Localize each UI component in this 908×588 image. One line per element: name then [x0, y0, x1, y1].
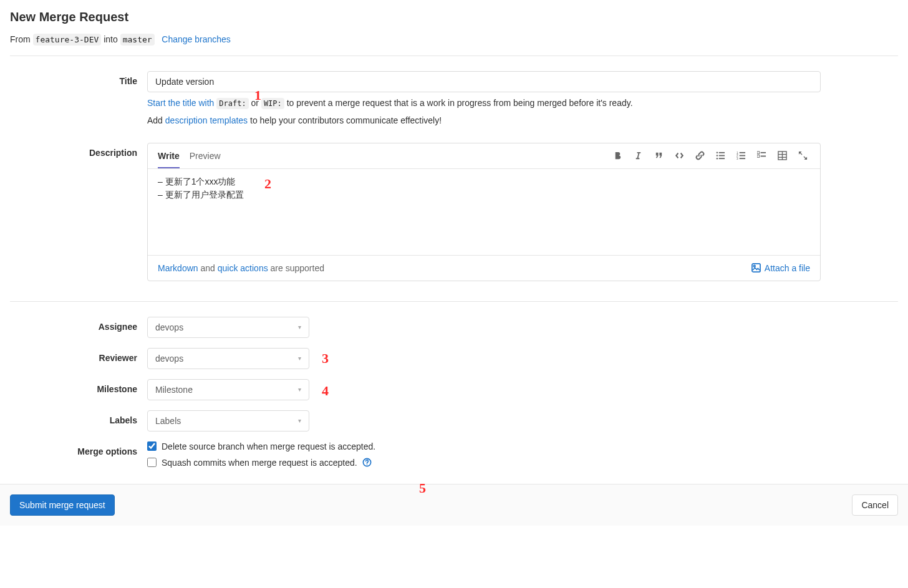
milestone-dropdown[interactable]: Milestone▾: [147, 379, 309, 400]
page-title: New Merge Request: [10, 10, 898, 24]
tab-preview[interactable]: Preview: [190, 143, 221, 168]
bullet-list-icon[interactable]: [713, 148, 728, 163]
table-icon[interactable]: [775, 148, 790, 163]
description-editor: Write Preview 123 更新了: [147, 143, 821, 281]
branch-info: From feature-3-DEV into master Change br…: [10, 34, 898, 44]
divider: [10, 55, 898, 56]
svg-point-4: [717, 158, 718, 159]
svg-rect-9: [740, 155, 745, 157]
editor-toolbar: 123: [611, 148, 810, 163]
target-branch: master: [120, 34, 155, 46]
description-line: 更新了用户登录配置: [158, 188, 810, 201]
svg-rect-5: [719, 158, 725, 160]
svg-rect-12: [757, 152, 760, 154]
milestone-label: Milestone: [10, 379, 147, 400]
link-icon[interactable]: [693, 148, 707, 163]
svg-point-2: [717, 155, 718, 157]
labels-label: Labels: [10, 410, 147, 431]
delete-branch-checkbox[interactable]: [147, 441, 157, 451]
attach-file-button[interactable]: Attach a file: [751, 263, 810, 273]
svg-point-23: [366, 465, 367, 465]
merge-options-label: Merge options: [10, 441, 147, 474]
quote-icon[interactable]: [652, 148, 666, 163]
fullscreen-icon[interactable]: [796, 148, 810, 163]
title-label: Title: [10, 71, 147, 128]
title-input[interactable]: [147, 71, 821, 92]
svg-rect-11: [740, 158, 745, 160]
code-icon[interactable]: [672, 148, 687, 163]
chevron-down-icon: ▾: [298, 386, 301, 393]
divider: [10, 301, 898, 302]
actions-bar: Submit merge request Cancel: [0, 484, 908, 526]
assignee-dropdown[interactable]: devops▾: [147, 317, 309, 338]
svg-rect-1: [719, 152, 725, 153]
bold-icon[interactable]: [611, 148, 625, 163]
svg-rect-13: [761, 152, 766, 153]
reviewer-label: Reviewer: [10, 348, 147, 369]
description-textarea[interactable]: 更新了1个xxx功能更新了用户登录配置: [158, 175, 810, 250]
draft-code: Draft:: [216, 98, 248, 109]
svg-rect-20: [752, 264, 760, 272]
labels-dropdown[interactable]: Labels▾: [147, 410, 309, 431]
reviewer-dropdown[interactable]: devops▾: [147, 348, 309, 369]
wip-code: WIP:: [261, 98, 284, 109]
chevron-down-icon: ▾: [298, 324, 301, 330]
svg-text:3: 3: [737, 157, 738, 160]
submit-button[interactable]: Submit merge request: [10, 494, 115, 516]
task-list-icon[interactable]: [755, 148, 769, 163]
italic-icon[interactable]: [631, 148, 645, 163]
svg-rect-14: [757, 155, 760, 158]
svg-rect-7: [740, 152, 745, 153]
title-hint-link[interactable]: Start the title with: [147, 98, 214, 108]
assignee-label: Assignee: [10, 317, 147, 338]
source-branch: feature-3-DEV: [33, 34, 102, 46]
chevron-down-icon: ▾: [298, 355, 301, 362]
delete-branch-label: Delete source branch when merge request …: [162, 441, 375, 451]
change-branches-link[interactable]: Change branches: [162, 34, 231, 44]
description-line: 更新了1个xxx功能: [158, 175, 810, 188]
chevron-down-icon: ▾: [298, 417, 301, 424]
numbered-list-icon[interactable]: 123: [734, 148, 748, 163]
tab-write[interactable]: Write: [158, 143, 180, 168]
squash-label: Squash commits when merge request is acc…: [162, 458, 357, 468]
svg-rect-15: [761, 156, 766, 157]
svg-rect-3: [719, 155, 725, 157]
description-label: Description: [10, 143, 147, 281]
cancel-button[interactable]: Cancel: [852, 494, 898, 516]
markdown-link[interactable]: Markdown: [158, 263, 198, 273]
svg-point-21: [753, 266, 755, 267]
squash-checkbox[interactable]: [147, 458, 157, 467]
description-templates-link[interactable]: description templates: [165, 115, 248, 125]
quick-actions-link[interactable]: quick actions: [218, 263, 268, 273]
svg-point-0: [717, 152, 718, 153]
markdown-hint: Markdown and quick actions are supported: [158, 263, 324, 273]
help-icon[interactable]: [362, 458, 372, 467]
